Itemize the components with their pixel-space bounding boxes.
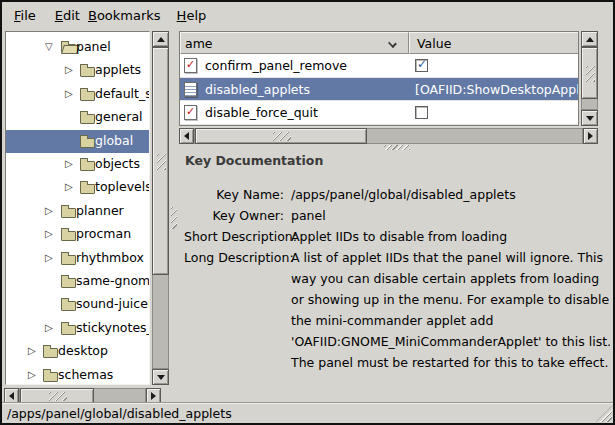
expander-closed-icon[interactable]: ▷ [45,227,53,241]
tree-item-default-se[interactable]: ▷default_se [6,83,149,106]
column-header-value[interactable]: Value [409,32,579,54]
doc-field-value: Applet IIDs to disable from loading [291,226,613,247]
table-row-disable_force_quit[interactable]: disable_force_quit [180,101,578,125]
doc-field-value: /apps/panel/global/disabled_applets [291,184,613,205]
tree-item-label: sound-juicer [76,296,150,311]
expander-open-icon[interactable]: ▽ [45,40,53,54]
thumb-grip-icon [273,132,291,141]
key-value-cell: ✓ [409,54,579,77]
key-name-cell: confirm_panel_remove [205,58,347,73]
folder-icon [61,301,76,311]
expander-closed-icon[interactable]: ▷ [45,251,53,265]
expander-closed-icon[interactable]: ▷ [65,157,73,171]
tree-item-label: stickynotes_ [76,320,150,335]
scroll-down-button[interactable] [581,110,598,126]
folder-icon [61,208,76,218]
tree-item-applets[interactable]: ▷applets [6,59,149,82]
splitter-grip-icon [384,145,410,150]
key-value-text: [OAFIID:ShowDesktopApplet] [415,82,579,97]
tree-item-label: planner [76,203,124,218]
doc-field-value: A list of applet IIDs that the panel wil… [291,247,613,373]
tree-item-toplevels[interactable]: ▷toplevels [6,176,149,199]
window-resize-grip-icon[interactable] [596,406,612,422]
key-value-cell [409,101,579,124]
tree-item-label: rhythmbox [76,250,144,265]
tree-item-schemas[interactable]: ▷schemas [6,364,149,385]
key-name-cell: disabled_applets [205,82,310,97]
key-table[interactable]: ame Value confirm_panel_remove✓disabled_… [179,31,579,126]
column-header-name-label: ame [185,36,213,51]
tree-item-rhythmbox[interactable]: ▷rhythmbox [6,247,149,270]
folder-icon [80,138,95,148]
statusbar-key-path: /apps/panel/global/disabled_applets [7,406,232,421]
tree-item-label: procman [76,226,131,241]
folder-icon [80,91,95,101]
arrow-left-icon [180,132,189,140]
expander-closed-icon[interactable]: ▷ [65,63,73,77]
doc-field-label: Key Name: [184,184,284,205]
arrow-up-icon [157,33,165,42]
expander-closed-icon[interactable]: ▷ [28,368,36,382]
tree-item-objects[interactable]: ▷objects [6,153,149,176]
pane-splitter[interactable] [169,31,179,404]
folder-icon [61,278,76,288]
expander-closed-icon[interactable]: ▷ [28,344,36,358]
folder-icon [80,161,95,171]
checkbox-unchecked[interactable] [415,106,428,119]
table-row-disabled_applets[interactable]: disabled_applets[OAFIID:ShowDesktopApple… [180,78,578,102]
documentation-splitter[interactable] [179,144,611,151]
expander-closed-icon[interactable]: ▷ [65,87,73,101]
doc-field-label: Long Description: [184,247,284,373]
thumb-grip-icon [586,66,595,82]
checkmark-icon: ✓ [417,57,427,71]
thumb-grip-icon [157,154,166,170]
tree-item-planner[interactable]: ▷planner [6,200,149,223]
expander-closed-icon[interactable]: ▷ [45,204,53,218]
key-name-cell: disable_force_quit [205,105,318,120]
menu-bookmarks[interactable]: Bookmarks [88,4,161,27]
menu-edit[interactable]: Edit [55,4,80,27]
folder-icon [61,231,76,241]
list-key-icon [184,82,197,97]
scroll-left-button[interactable] [179,128,194,144]
menu-file[interactable]: File [14,4,36,27]
expander-closed-icon[interactable]: ▷ [65,180,73,194]
arrow-left-icon [5,392,14,400]
tree-item-stickynotes-[interactable]: ▷stickynotes_ [6,317,149,340]
statusbar: /apps/panel/global/disabled_applets [2,402,613,423]
tree-item-panel[interactable]: ▽panel [6,36,149,59]
tree-item-same-gnome[interactable]: same-gnome [6,270,149,293]
column-header-name[interactable]: ame [180,32,409,54]
scrollbar-thumb[interactable] [195,128,367,144]
menubar: FileEditBookmarksHelp [2,2,613,29]
tree-vertical-scrollbar[interactable] [152,31,169,385]
folder-tree[interactable]: ▽panel▷applets▷default_segeneralglobal▷o… [5,31,150,385]
scroll-right-button[interactable] [583,128,598,144]
scrollbar-thumb[interactable] [581,47,598,99]
scroll-up-button[interactable] [581,31,598,47]
doc-field-label: Short Description: [184,226,284,247]
scrollbar-thumb[interactable] [152,47,169,275]
scroll-up-button[interactable] [152,31,169,47]
key-documentation-title: Key Documentation [185,153,323,168]
scroll-down-button[interactable] [152,369,169,385]
tree-item-sound-juicer[interactable]: sound-juicer [6,293,149,316]
folder-icon [43,372,58,382]
tree-item-general[interactable]: general [6,106,149,129]
doc-field-label: Key Owner: [184,205,284,226]
menu-help[interactable]: Help [177,4,207,27]
expander-closed-icon[interactable]: ▷ [45,321,53,335]
tree-item-global[interactable]: global [6,130,149,153]
table-vertical-scrollbar[interactable] [581,31,598,126]
table-horizontal-scrollbar[interactable] [179,128,598,144]
tree-item-desktop[interactable]: ▷desktop [6,340,149,363]
checkbox-checked[interactable]: ✓ [415,59,428,72]
gconf-editor-window: FileEditBookmarksHelp ▽panel▷applets▷def… [0,0,615,425]
tree-item-label: objects [95,156,140,171]
folder-icon [61,255,76,265]
arrow-down-icon [157,375,165,384]
table-row-confirm_panel_remove[interactable]: confirm_panel_remove✓ [180,54,578,78]
tree-item-label: desktop [58,343,108,358]
tree-item-procman[interactable]: ▷procman [6,223,149,246]
sort-indicator-icon [388,39,397,48]
